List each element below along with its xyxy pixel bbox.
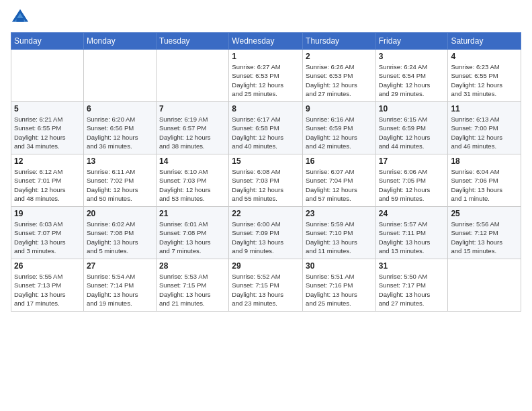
day-info: Sunrise: 5:55 AMSunset: 7:13 PMDaylight:… [14,272,81,308]
day-number: 18 [451,156,518,166]
calendar-week-row: 26Sunrise: 5:55 AMSunset: 7:13 PMDayligh… [11,259,521,312]
weekday-header: Monday [83,33,156,50]
calendar-cell: 3Sunrise: 6:24 AMSunset: 6:54 PMDaylight… [375,50,448,102]
calendar-cell: 16Sunrise: 6:07 AMSunset: 7:04 PMDayligh… [303,154,376,207]
day-number: 4 [451,52,518,61]
day-info: Sunrise: 6:13 AMSunset: 7:00 PMDaylight:… [451,115,518,150]
day-info: Sunrise: 6:11 AMSunset: 7:02 PMDaylight:… [87,167,153,203]
calendar-cell: 30Sunrise: 5:51 AMSunset: 7:16 PMDayligh… [303,259,376,312]
day-info: Sunrise: 5:50 AMSunset: 7:17 PMDaylight:… [379,272,445,308]
day-info: Sunrise: 6:10 AMSunset: 7:03 PMDaylight:… [159,167,226,203]
logo [11,8,32,27]
calendar-cell: 6Sunrise: 6:20 AMSunset: 6:56 PMDaylight… [83,102,156,154]
day-number: 13 [87,156,153,166]
day-number: 21 [159,209,226,218]
weekday-header-row: SundayMondayTuesdayWednesdayThursdayFrid… [11,33,521,50]
day-info: Sunrise: 6:16 AMSunset: 6:59 PMDaylight:… [306,115,373,150]
day-number: 16 [306,156,373,166]
day-number: 1 [232,52,300,61]
day-number: 17 [379,156,445,166]
calendar-cell: 12Sunrise: 6:12 AMSunset: 7:01 PMDayligh… [11,154,84,207]
calendar-cell: 29Sunrise: 5:52 AMSunset: 7:15 PMDayligh… [229,259,303,312]
calendar-week-row: 12Sunrise: 6:12 AMSunset: 7:01 PMDayligh… [11,154,521,207]
calendar-cell: 25Sunrise: 5:56 AMSunset: 7:12 PMDayligh… [448,207,521,259]
calendar-cell: 18Sunrise: 6:04 AMSunset: 7:06 PMDayligh… [448,154,521,207]
calendar-cell [83,50,156,102]
day-info: Sunrise: 6:15 AMSunset: 6:59 PMDaylight:… [379,115,445,150]
calendar-cell: 14Sunrise: 6:10 AMSunset: 7:03 PMDayligh… [157,154,229,207]
calendar-cell: 23Sunrise: 5:59 AMSunset: 7:10 PMDayligh… [303,207,376,259]
day-number: 24 [379,209,445,218]
day-number: 14 [159,156,226,166]
calendar-cell: 8Sunrise: 6:17 AMSunset: 6:58 PMDaylight… [229,102,303,154]
day-number: 27 [87,261,153,271]
day-number: 9 [306,104,373,113]
day-number: 23 [306,209,373,218]
page: SundayMondayTuesdayWednesdayThursdayFrid… [0,0,532,411]
day-info: Sunrise: 5:54 AMSunset: 7:14 PMDaylight:… [87,272,153,308]
day-info: Sunrise: 5:52 AMSunset: 7:15 PMDaylight:… [232,272,300,308]
svg-rect-2 [16,18,24,22]
calendar-cell: 19Sunrise: 6:03 AMSunset: 7:07 PMDayligh… [11,207,84,259]
day-number: 2 [306,52,373,61]
day-info: Sunrise: 6:01 AMSunset: 7:08 PMDaylight:… [159,220,226,255]
calendar-cell: 13Sunrise: 6:11 AMSunset: 7:02 PMDayligh… [83,154,156,207]
day-info: Sunrise: 6:20 AMSunset: 6:56 PMDaylight:… [87,115,153,150]
calendar-cell: 10Sunrise: 6:15 AMSunset: 6:59 PMDayligh… [375,102,448,154]
weekday-header: Saturday [448,33,521,50]
header [11,8,521,27]
day-number: 10 [379,104,445,113]
calendar-cell [157,50,229,102]
day-info: Sunrise: 6:17 AMSunset: 6:58 PMDaylight:… [232,115,300,150]
day-info: Sunrise: 5:59 AMSunset: 7:10 PMDaylight:… [306,220,373,255]
day-info: Sunrise: 6:00 AMSunset: 7:09 PMDaylight:… [232,220,300,255]
weekday-header: Tuesday [157,33,229,50]
day-info: Sunrise: 5:53 AMSunset: 7:15 PMDaylight:… [159,272,226,308]
calendar-cell: 27Sunrise: 5:54 AMSunset: 7:14 PMDayligh… [83,259,156,312]
calendar-week-row: 1Sunrise: 6:27 AMSunset: 6:53 PMDaylight… [11,50,521,102]
day-info: Sunrise: 6:23 AMSunset: 6:55 PMDaylight:… [451,62,518,98]
day-info: Sunrise: 6:06 AMSunset: 7:05 PMDaylight:… [379,167,445,203]
day-info: Sunrise: 6:04 AMSunset: 7:06 PMDaylight:… [451,167,518,203]
day-info: Sunrise: 6:24 AMSunset: 6:54 PMDaylight:… [379,62,445,98]
day-info: Sunrise: 6:07 AMSunset: 7:04 PMDaylight:… [306,167,373,203]
calendar-cell: 17Sunrise: 6:06 AMSunset: 7:05 PMDayligh… [375,154,448,207]
calendar-cell: 20Sunrise: 6:02 AMSunset: 7:08 PMDayligh… [83,207,156,259]
day-number: 12 [14,156,81,166]
calendar-cell: 15Sunrise: 6:08 AMSunset: 7:03 PMDayligh… [229,154,303,207]
calendar-cell: 9Sunrise: 6:16 AMSunset: 6:59 PMDaylight… [303,102,376,154]
day-number: 25 [451,209,518,218]
day-info: Sunrise: 6:21 AMSunset: 6:55 PMDaylight:… [14,115,81,150]
calendar-cell: 2Sunrise: 6:26 AMSunset: 6:53 PMDaylight… [303,50,376,102]
day-number: 22 [232,209,300,218]
day-number: 29 [232,261,300,271]
calendar-cell: 5Sunrise: 6:21 AMSunset: 6:55 PMDaylight… [11,102,84,154]
day-info: Sunrise: 6:08 AMSunset: 7:03 PMDaylight:… [232,167,300,203]
day-info: Sunrise: 6:02 AMSunset: 7:08 PMDaylight:… [87,220,153,255]
day-info: Sunrise: 6:03 AMSunset: 7:07 PMDaylight:… [14,220,81,255]
day-number: 30 [306,261,373,271]
weekday-header: Thursday [303,33,376,50]
calendar-cell: 22Sunrise: 6:00 AMSunset: 7:09 PMDayligh… [229,207,303,259]
day-number: 11 [451,104,518,113]
day-number: 19 [14,209,81,218]
weekday-header: Sunday [11,33,84,50]
day-info: Sunrise: 5:57 AMSunset: 7:11 PMDaylight:… [379,220,445,255]
calendar-cell: 21Sunrise: 6:01 AMSunset: 7:08 PMDayligh… [157,207,229,259]
weekday-header: Wednesday [229,33,303,50]
calendar-cell: 11Sunrise: 6:13 AMSunset: 7:00 PMDayligh… [448,102,521,154]
day-number: 5 [14,104,81,113]
day-number: 8 [232,104,300,113]
day-info: Sunrise: 5:56 AMSunset: 7:12 PMDaylight:… [451,220,518,255]
calendar-cell: 28Sunrise: 5:53 AMSunset: 7:15 PMDayligh… [157,259,229,312]
calendar-week-row: 19Sunrise: 6:03 AMSunset: 7:07 PMDayligh… [11,207,521,259]
day-number: 15 [232,156,300,166]
day-number: 20 [87,209,153,218]
calendar-cell: 26Sunrise: 5:55 AMSunset: 7:13 PMDayligh… [11,259,84,312]
day-info: Sunrise: 6:27 AMSunset: 6:53 PMDaylight:… [232,62,300,98]
calendar-cell: 7Sunrise: 6:19 AMSunset: 6:57 PMDaylight… [157,102,229,154]
logo-icon [11,8,30,27]
day-number: 28 [159,261,226,271]
calendar-cell: 4Sunrise: 6:23 AMSunset: 6:55 PMDaylight… [448,50,521,102]
weekday-header: Friday [375,33,448,50]
